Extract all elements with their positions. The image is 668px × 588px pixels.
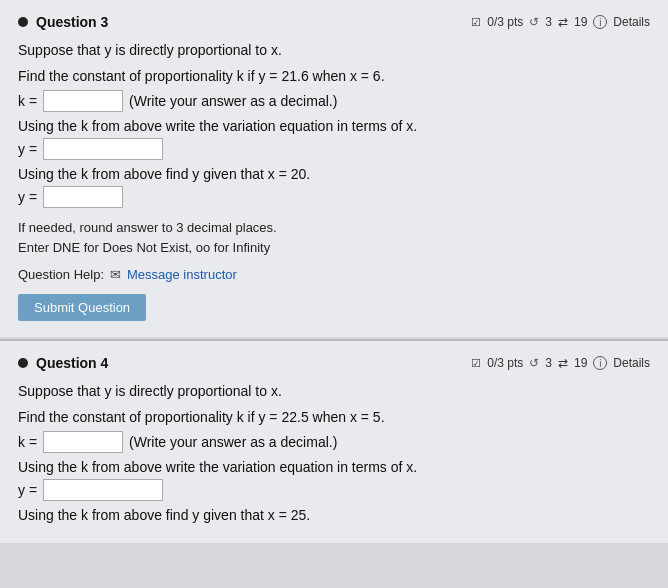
question-3-meta: ☑ 0/3 pts ↺ 3 ⇄ 19 i Details <box>471 15 650 29</box>
q3-k-note: (Write your answer as a decimal.) <box>129 93 337 109</box>
q3-k-row: k = (Write your answer as a decimal.) <box>18 90 650 112</box>
q4-using-find: Using the k from above find y given that… <box>18 507 650 523</box>
q3-refresh: 19 <box>574 15 587 29</box>
q4-pts: 0/3 pts <box>487 356 523 370</box>
q4-details-link[interactable]: Details <box>613 356 650 370</box>
q3-pts: 0/3 pts <box>487 15 523 29</box>
question-4-body: Suppose that y is directly proportional … <box>18 383 650 523</box>
q3-retry-icon: ↺ <box>529 15 539 29</box>
q3-k-label: k = <box>18 93 37 109</box>
page-container: Question 3 ☑ 0/3 pts ↺ 3 ⇄ 19 i Details … <box>0 0 668 543</box>
check-icon-q4: ☑ <box>471 357 481 370</box>
q3-y2-row: y = <box>18 186 650 208</box>
q3-k-input[interactable] <box>43 90 123 112</box>
info-icon-q3: i <box>593 15 607 29</box>
q3-submit-button[interactable]: Submit Question <box>18 294 146 321</box>
q4-k-input[interactable] <box>43 431 123 453</box>
q3-y2-label: y = <box>18 189 37 205</box>
q3-hint-line2: Enter DNE for Does Not Exist, oo for Inf… <box>18 238 650 258</box>
q4-y1-label: y = <box>18 482 37 498</box>
q4-retry: 3 <box>545 356 552 370</box>
q3-retry: 3 <box>545 15 552 29</box>
q3-using-find: Using the k from above find y given that… <box>18 166 650 182</box>
question-4-label: Question 4 <box>36 355 108 371</box>
q4-refresh: 19 <box>574 356 587 370</box>
q3-using-variation: Using the k from above write the variati… <box>18 118 650 134</box>
q4-k-note: (Write your answer as a decimal.) <box>129 434 337 450</box>
check-icon-q3: ☑ <box>471 16 481 29</box>
question-3-header: Question 3 ☑ 0/3 pts ↺ 3 ⇄ 19 i Details <box>18 14 650 30</box>
bullet-icon-q4 <box>18 358 28 368</box>
info-icon-q4[interactable]: i <box>593 356 607 370</box>
q3-y1-label: y = <box>18 141 37 157</box>
q3-refresh-icon: ⇄ <box>558 15 568 29</box>
question-4-header: Question 4 ☑ 0/3 pts ↺ 3 ⇄ 19 i Details <box>18 355 650 371</box>
q4-using-variation: Using the k from above write the variati… <box>18 459 650 475</box>
envelope-icon-q3: ✉ <box>110 267 121 282</box>
q4-intro: Suppose that y is directly proportional … <box>18 383 650 399</box>
q4-y1-row: y = <box>18 479 650 501</box>
q3-find-text: Find the constant of proportionality k i… <box>18 68 650 84</box>
question-4-title: Question 4 <box>18 355 108 371</box>
q3-hint: If needed, round answer to 3 decimal pla… <box>18 218 650 257</box>
q3-message-link[interactable]: Message instructor <box>127 267 237 282</box>
question-3-title: Question 3 <box>18 14 108 30</box>
q4-y1-input[interactable] <box>43 479 163 501</box>
q3-help-label: Question Help: <box>18 267 104 282</box>
q4-k-label: k = <box>18 434 37 450</box>
q3-y1-input[interactable] <box>43 138 163 160</box>
q4-refresh-icon: ⇄ <box>558 356 568 370</box>
q4-find-text: Find the constant of proportionality k i… <box>18 409 650 425</box>
q3-details-link[interactable]: Details <box>613 15 650 29</box>
q4-k-row: k = (Write your answer as a decimal.) <box>18 431 650 453</box>
bullet-icon-q3 <box>18 17 28 27</box>
q3-hint-line1: If needed, round answer to 3 decimal pla… <box>18 218 650 238</box>
question-4-block: Question 4 ☑ 0/3 pts ↺ 3 ⇄ 19 i Details … <box>0 341 668 543</box>
question-4-meta: ☑ 0/3 pts ↺ 3 ⇄ 19 i Details <box>471 356 650 370</box>
q4-retry-icon: ↺ <box>529 356 539 370</box>
q3-y1-row: y = <box>18 138 650 160</box>
q3-intro: Suppose that y is directly proportional … <box>18 42 650 58</box>
q3-y2-input[interactable] <box>43 186 123 208</box>
question-3-block: Question 3 ☑ 0/3 pts ↺ 3 ⇄ 19 i Details … <box>0 0 668 337</box>
question-3-body: Suppose that y is directly proportional … <box>18 42 650 321</box>
q3-help-row: Question Help: ✉ Message instructor <box>18 267 650 282</box>
question-3-label: Question 3 <box>36 14 108 30</box>
